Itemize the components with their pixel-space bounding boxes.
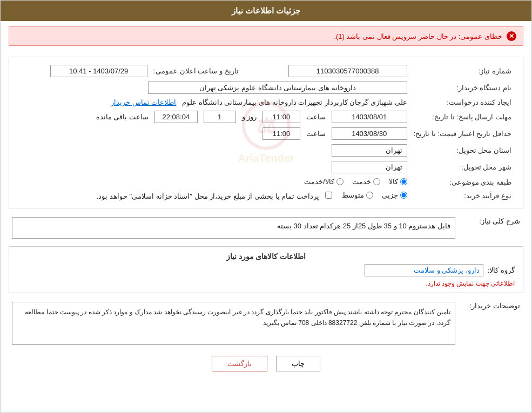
hadaghal-value: 1403/08/30 ساعت 11:00 bbox=[17, 125, 410, 142]
radio-khadamat: خدمت bbox=[352, 178, 380, 186]
ijad-konande-value: علی شهبازی گرجان کاربرداز تجهیزات داروخا… bbox=[17, 96, 410, 109]
radio-motavasse: متوسط bbox=[342, 191, 373, 199]
page-header: جزئیات اطلاعات نیاز bbox=[1, 1, 531, 21]
group-kala-box: دارو، پزشکی و سلامت bbox=[365, 264, 483, 276]
tabaghe-label: طبقه بندی موضوعی: bbox=[410, 175, 515, 189]
sharh-value-cell: فایل هدستروم 10 و 35 طول 25از 25 هرکدام … bbox=[9, 215, 459, 241]
table-row: نام دستگاه خریدار: داروخانه های بیمارستا… bbox=[17, 79, 515, 96]
kala-section-title: اطلاعات کالاهای مورد نیاز bbox=[17, 252, 515, 261]
tarikhe-elan-label: تاریخ و ساعت اعلان عمومی: bbox=[151, 63, 250, 79]
page-title: جزئیات اطلاعات نیاز bbox=[232, 6, 300, 15]
tabaghe-radio-group: کالا خدمت کالا/خدمت bbox=[304, 178, 407, 186]
group-row: گروه کالا: دارو، پزشکی و سلامت bbox=[17, 264, 515, 276]
radio-jozi: جزیی bbox=[382, 191, 407, 199]
shahr-value: تهران bbox=[17, 159, 410, 175]
ijad-konande-text: علی شهبازی گرجان کاربرداز تجهیزات داروخا… bbox=[182, 98, 407, 106]
table-row: استان محل تحویل: تهران bbox=[17, 142, 515, 159]
saat2-box: 11:00 bbox=[262, 127, 300, 140]
table-row: ایجاد کننده درخواست: علی شهبازی گرجان کا… bbox=[17, 96, 515, 109]
ijad-konande-label: ایجاد کننده درخواست: bbox=[410, 96, 515, 109]
sharh-row: شرح کلی نیاز: فایل هدستروم 10 و 35 طول 2… bbox=[9, 215, 523, 241]
error-message: خطای عمومی: در حال حاضر سرویس فعال نمی ب… bbox=[334, 32, 502, 40]
radio-kala-label: کالا bbox=[389, 178, 398, 186]
ijad-konande-link[interactable]: اطلاعات تماس خریدار bbox=[111, 98, 176, 106]
table-row: شماره نیاز: 1103030577000388 تاریخ و ساع… bbox=[17, 63, 515, 79]
radio-kala-khadamat: کالا/خدمت bbox=[304, 178, 344, 186]
print-button[interactable]: چاپ bbox=[276, 356, 320, 371]
tosihaat-row: توضیحات خریدار: تامین کنندگان محترم توجه… bbox=[9, 300, 523, 347]
shomare-niaz-value: 1103030577000388 bbox=[250, 63, 410, 79]
pardakht-checkbox[interactable] bbox=[325, 192, 332, 199]
radio-khadamat-label: خدمت bbox=[352, 178, 371, 186]
error-bar: ✕ خطای عمومی: در حال حاضر سرویس فعال نمی… bbox=[9, 26, 523, 46]
tarikhe-elan-box: 1403/07/29 - 10:41 bbox=[50, 65, 147, 77]
main-content: ⚖ AriaTender شماره نیاز: 110303057700038… bbox=[1, 51, 531, 385]
shomare-niaz-box: 1103030577000388 bbox=[288, 65, 407, 77]
info-table: شماره نیاز: 1103030577000388 تاریخ و ساع… bbox=[17, 63, 515, 202]
radio-jozi-label: جزیی bbox=[382, 191, 398, 199]
table-row: شهر محل تحویل: تهران bbox=[17, 159, 515, 175]
back-button[interactable]: بازگشت bbox=[212, 356, 267, 371]
sharh-label: شرح کلی نیاز: bbox=[479, 217, 520, 225]
radio-kala-khadamat-label: کالا/خدمت bbox=[304, 178, 334, 186]
roz-label: روز و bbox=[242, 113, 257, 121]
saat-baghimande-label: ساعت باقی مانده bbox=[96, 113, 149, 121]
saat1-box: 11:00 bbox=[262, 111, 300, 123]
radio-motavasse-label: متوسط bbox=[342, 191, 364, 199]
roz-box: 1 bbox=[204, 111, 236, 123]
shahr-box: تهران bbox=[332, 161, 407, 173]
sharh-value: فایل هدستروم 10 و 35 طول 25از 25 هرکدام … bbox=[277, 222, 450, 230]
tosihaat-box: تامین کنندگان محترم توجه داشته باشند پیش… bbox=[12, 302, 455, 345]
pardakht-text: پرداخت تمام یا بخشی از مبلغ خرید،از محل … bbox=[97, 192, 319, 200]
vaghte-mande-box: 22:08:04 bbox=[154, 111, 198, 123]
radio-motavasse-input[interactable] bbox=[366, 192, 373, 199]
shahr-label: شهر محل تحویل: bbox=[410, 159, 515, 175]
name-dastgah-label: نام دستگاه خریدار: bbox=[410, 79, 515, 96]
mohlet-value: 1403/08/01 ساعت 11:00 روز و 1 22:08:04 bbox=[17, 109, 410, 125]
tosihaat-label-cell: توضیحات خریدار: bbox=[459, 300, 523, 347]
mohlet-label: مهلت ارسال پاسخ: تا تاریخ: bbox=[410, 109, 515, 125]
no-info-text: اطلاعاتی جهت نمایش وجود ندارد. bbox=[17, 280, 515, 287]
button-row: چاپ بازگشت bbox=[9, 356, 523, 371]
kala-section: اطلاعات کالاهای مورد نیاز گروه کالا: دار… bbox=[9, 246, 523, 293]
error-icon: ✕ bbox=[507, 31, 516, 41]
table-row: حداقل تاریخ اعتبار قیمت: تا تاریخ: 1403/… bbox=[17, 125, 515, 142]
saat-label-2: ساعت bbox=[306, 130, 326, 138]
sharh-label-cell: شرح کلی نیاز: bbox=[459, 215, 523, 241]
saat-label-1: ساعت bbox=[306, 113, 326, 121]
noe-farayand-label: نوع فرآیند خرید: bbox=[410, 189, 515, 202]
name-dastgah-value: داروخانه های بیمارستانی دانشگاه علوم پزش… bbox=[17, 79, 410, 96]
tarikhe-elan-value: 1403/07/29 - 10:41 bbox=[17, 63, 151, 79]
sharh-box: فایل هدستروم 10 و 35 طول 25از 25 هرکدام … bbox=[12, 217, 455, 239]
radio-kala-khadamat-input[interactable] bbox=[336, 178, 344, 185]
tosihaat-table: توضیحات خریدار: تامین کنندگان محترم توجه… bbox=[9, 300, 523, 347]
table-row: مهلت ارسال پاسخ: تا تاریخ: 1403/08/01 سا… bbox=[17, 109, 515, 125]
radio-kala: کالا bbox=[389, 178, 407, 186]
group-kala-label: گروه کالا: bbox=[488, 266, 515, 274]
table-row: طبقه بندی موضوعی: کالا خدمت bbox=[17, 175, 515, 189]
tosihaat-value: تامین کنندگان محترم توجه داشته باشند پیش… bbox=[25, 308, 450, 327]
page-wrapper: جزئیات اطلاعات نیاز ✕ خطای عمومی: در حال… bbox=[0, 0, 532, 413]
sharh-table: شرح کلی نیاز: فایل هدستروم 10 و 35 طول 2… bbox=[9, 215, 523, 241]
name-dastgah-box: داروخانه های بیمارستانی دانشگاه علوم پزش… bbox=[148, 82, 407, 94]
noe-farayand-value: جزیی متوسط پرداخت تمام یا بخشی از bbox=[17, 189, 410, 202]
shomare-niaz-label: شماره نیاز: bbox=[410, 63, 515, 79]
tosihaat-value-cell: تامین کنندگان محترم توجه داشته باشند پیش… bbox=[9, 300, 459, 347]
ostan-label: استان محل تحویل: bbox=[410, 142, 515, 159]
radio-kala-input[interactable] bbox=[400, 178, 407, 185]
info-section: ⚖ AriaTender شماره نیاز: 110303057700038… bbox=[9, 57, 523, 208]
hadaghal-label: حداقل تاریخ اعتبار قیمت: تا تاریخ: bbox=[410, 125, 515, 142]
date2-box: 1403/08/30 bbox=[332, 127, 407, 140]
table-row: نوع فرآیند خرید: جزیی متوسط bbox=[17, 189, 515, 202]
noe-radio-group: جزیی متوسط bbox=[342, 191, 407, 199]
tabaghe-value: کالا خدمت کالا/خدمت bbox=[17, 175, 410, 189]
date1-box: 1403/08/01 bbox=[332, 111, 407, 123]
radio-khadamat-input[interactable] bbox=[373, 178, 380, 185]
radio-jozi-input[interactable] bbox=[400, 192, 407, 199]
ostan-box: تهران bbox=[332, 144, 407, 157]
ostan-value: تهران bbox=[17, 142, 410, 159]
tosihaat-label: توضیحات خریدار: bbox=[470, 302, 520, 310]
